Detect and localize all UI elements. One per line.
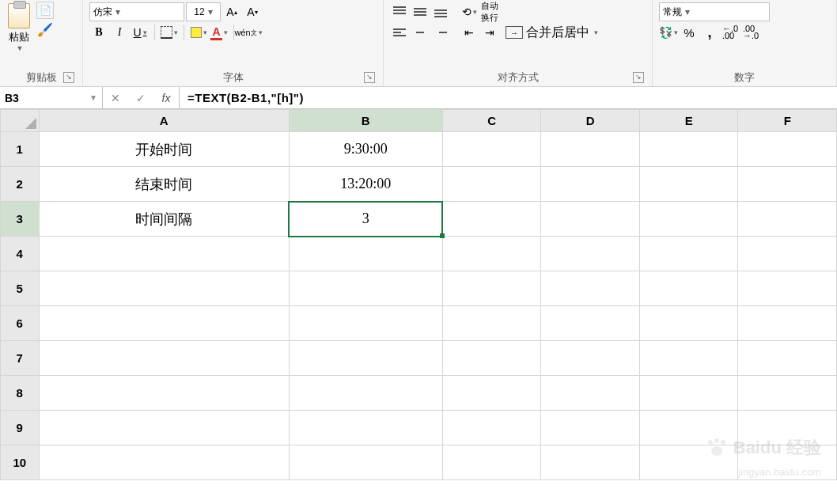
merge-center-button[interactable]: 合并后居中 ▾ — [501, 23, 603, 42]
underline-button[interactable]: U▾ — [131, 23, 150, 42]
paste-button[interactable]: 粘贴 ▼ — [5, 2, 33, 67]
cell-C2[interactable] — [442, 167, 541, 202]
cell-D3[interactable] — [541, 202, 640, 237]
font-name-combo[interactable]: 仿宋▾ — [89, 2, 184, 21]
align-top-icon[interactable] — [390, 2, 409, 21]
align-center-icon[interactable] — [411, 23, 430, 42]
cell-F1[interactable] — [738, 132, 837, 167]
orientation-icon[interactable]: ⟲▾ — [460, 2, 479, 21]
cell-C5[interactable] — [442, 271, 541, 306]
font-size-combo[interactable]: 12▾ — [186, 2, 221, 21]
cell-B6[interactable] — [289, 306, 442, 341]
cell-C6[interactable] — [442, 306, 541, 341]
column-header-E[interactable]: E — [639, 110, 738, 132]
row-header-9[interactable]: 9 — [1, 411, 40, 445]
cell-E3[interactable] — [639, 202, 738, 237]
cell-A9[interactable] — [39, 411, 289, 445]
align-left-icon[interactable] — [390, 23, 409, 42]
cell-A8[interactable] — [39, 376, 289, 411]
increase-decimal-icon[interactable]: ←.0.00 — [721, 23, 740, 42]
fill-color-button[interactable]: ▾ — [189, 23, 208, 42]
row-header-8[interactable]: 8 — [1, 376, 40, 411]
cell-F3[interactable] — [738, 202, 837, 237]
column-header-F[interactable]: F — [738, 110, 837, 132]
wrap-text-icon[interactable]: 自动换行 — [480, 2, 499, 21]
cell-D4[interactable] — [541, 237, 640, 271]
copy-icon[interactable]: 📄 — [36, 2, 54, 19]
column-header-D[interactable]: D — [541, 110, 640, 132]
cell-D10[interactable] — [541, 445, 640, 480]
formula-cancel-icon[interactable]: ✕ — [103, 92, 128, 104]
cell-D1[interactable] — [541, 132, 640, 167]
number-format-combo[interactable]: 常规▾ — [659, 2, 770, 21]
cell-F7[interactable] — [738, 341, 837, 376]
cell-E4[interactable] — [639, 237, 738, 271]
align-middle-icon[interactable] — [411, 2, 430, 21]
cell-C10[interactable] — [442, 445, 541, 480]
column-header-B[interactable]: B — [289, 110, 442, 132]
row-header-5[interactable]: 5 — [1, 271, 40, 306]
cell-A7[interactable] — [39, 341, 289, 376]
select-all-corner[interactable] — [1, 110, 40, 132]
cell-B7[interactable] — [289, 341, 442, 376]
formula-input[interactable]: =TEXT(B2-B1,"[h]") — [180, 87, 837, 108]
borders-button[interactable]: ▾ — [160, 23, 179, 42]
cell-A1[interactable]: 开始时间 — [39, 132, 289, 167]
cell-C4[interactable] — [442, 237, 541, 271]
name-box[interactable]: B3 ▼ — [0, 87, 103, 108]
cell-E10[interactable] — [639, 445, 738, 480]
cell-B5[interactable] — [289, 271, 442, 306]
column-header-A[interactable]: A — [39, 110, 289, 132]
dialog-launcher-icon[interactable]: ↘ — [633, 72, 644, 83]
cell-F6[interactable] — [738, 306, 837, 341]
column-header-C[interactable]: C — [442, 110, 541, 132]
align-bottom-icon[interactable] — [431, 2, 450, 21]
cell-F9[interactable] — [738, 411, 837, 445]
font-color-button[interactable]: A▾ — [210, 23, 229, 42]
cell-B9[interactable] — [289, 411, 442, 445]
currency-icon[interactable]: 💱▾ — [659, 23, 678, 42]
cell-A5[interactable] — [39, 271, 289, 306]
cell-E5[interactable] — [639, 271, 738, 306]
dialog-launcher-icon[interactable]: ↘ — [63, 72, 74, 83]
cell-A2[interactable]: 结束时间 — [39, 167, 289, 202]
decrease-font-icon[interactable]: A▾ — [243, 2, 262, 21]
cell-B8[interactable] — [289, 376, 442, 411]
cell-B1[interactable]: 9:30:00 — [289, 132, 442, 167]
cell-B2[interactable]: 13:20:00 — [289, 167, 442, 202]
cell-C3[interactable] — [442, 202, 541, 237]
cell-D7[interactable] — [541, 341, 640, 376]
cell-A10[interactable] — [39, 445, 289, 480]
cell-C1[interactable] — [442, 132, 541, 167]
percent-icon[interactable]: % — [680, 23, 699, 42]
decrease-decimal-icon[interactable]: .00→.0 — [741, 23, 760, 42]
cell-D6[interactable] — [541, 306, 640, 341]
cell-C7[interactable] — [442, 341, 541, 376]
cell-D8[interactable] — [541, 376, 640, 411]
cell-D9[interactable] — [541, 411, 640, 445]
cell-A6[interactable] — [39, 306, 289, 341]
format-painter-icon[interactable]: 🖌️ — [36, 21, 54, 38]
increase-font-icon[interactable]: A▴ — [222, 2, 241, 21]
cell-F5[interactable] — [738, 271, 837, 306]
cell-E6[interactable] — [639, 306, 738, 341]
cell-A3[interactable]: 时间间隔 — [39, 202, 289, 237]
cell-B10[interactable] — [289, 445, 442, 480]
phonetic-button[interactable]: wén文▾ — [239, 23, 258, 42]
row-header-6[interactable]: 6 — [1, 306, 40, 341]
decrease-indent-icon[interactable]: ⇤ — [460, 23, 479, 42]
bold-button[interactable]: B — [89, 23, 108, 42]
cell-E1[interactable] — [639, 132, 738, 167]
row-header-4[interactable]: 4 — [1, 237, 40, 271]
row-header-7[interactable]: 7 — [1, 341, 40, 376]
row-header-10[interactable]: 10 — [1, 445, 40, 480]
comma-style-icon[interactable]: , — [700, 23, 719, 42]
align-right-icon[interactable] — [431, 23, 450, 42]
italic-button[interactable]: I — [110, 23, 129, 42]
cell-F8[interactable] — [738, 376, 837, 411]
cell-E7[interactable] — [639, 341, 738, 376]
row-header-2[interactable]: 2 — [1, 167, 40, 202]
increase-indent-icon[interactable]: ⇥ — [480, 23, 499, 42]
fx-icon[interactable]: fx — [153, 92, 179, 104]
cell-A4[interactable] — [39, 237, 289, 271]
